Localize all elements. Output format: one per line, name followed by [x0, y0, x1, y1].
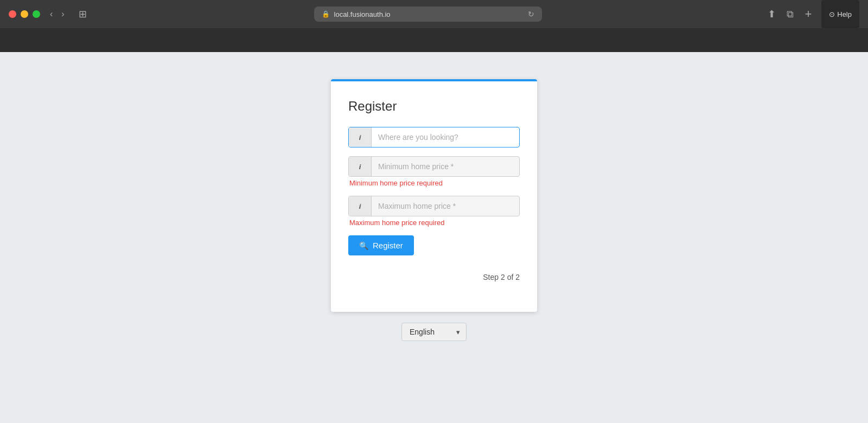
browser-chrome: ‹ › ⊞ 🔒 local.fusionauth.io ↻ ⬆ ⧉ + ⊙ He…	[0, 0, 868, 52]
min-price-error: Minimum home price required	[349, 179, 520, 187]
minimize-window-button[interactable]	[21, 10, 28, 18]
register-button-label: Register	[373, 241, 403, 250]
address-bar[interactable]: 🔒 local.fusionauth.io ↻	[314, 7, 542, 22]
lock-icon: 🔒	[322, 10, 330, 18]
page-title: Register	[348, 99, 520, 114]
location-field-group: i	[348, 127, 520, 148]
url-text: local.fusionauth.io	[334, 10, 391, 18]
help-button[interactable]: ⊙ Help	[821, 0, 859, 28]
close-window-button[interactable]	[9, 10, 16, 18]
max-price-info-icon: i	[349, 196, 372, 216]
share-button[interactable]: ⬆	[764, 6, 779, 22]
language-select[interactable]: English Spanish French German	[401, 323, 467, 341]
location-input[interactable]	[372, 127, 519, 147]
page-content: Register i i Minimum home pri	[0, 52, 868, 423]
language-dropdown-wrapper: English Spanish French German	[401, 323, 467, 341]
location-info-icon: i	[349, 127, 372, 147]
location-input-wrapper: i	[348, 127, 520, 148]
browser-titlebar: ‹ › ⊞ 🔒 local.fusionauth.io ↻ ⬆ ⧉ + ⊙ He…	[0, 0, 868, 28]
step-text: Step 2 of 2	[483, 273, 520, 281]
new-tab-button[interactable]: +	[801, 5, 815, 23]
min-price-input-wrapper: i	[348, 156, 520, 177]
traffic-lights	[9, 10, 40, 18]
register-button-icon: 🔍	[359, 241, 368, 250]
max-price-input-wrapper: i	[348, 196, 520, 216]
nav-buttons: ‹ ›	[47, 7, 68, 21]
max-price-input[interactable]	[372, 196, 519, 216]
fullscreen-window-button[interactable]	[33, 10, 40, 18]
max-price-field-group: i Maximum home price required	[348, 196, 520, 227]
min-price-info-icon: i	[349, 157, 372, 176]
sidebar-toggle-button[interactable]: ⊞	[74, 6, 91, 22]
address-bar-container: 🔒 local.fusionauth.io ↻	[98, 7, 758, 22]
back-button[interactable]: ‹	[47, 7, 56, 21]
help-circle-icon: ⊙	[829, 10, 835, 18]
register-button[interactable]: 🔍 Register	[348, 235, 414, 255]
forward-button[interactable]: ›	[58, 7, 67, 21]
card-body: Register i i Minimum home pri	[331, 81, 537, 312]
reload-icon[interactable]: ↻	[528, 10, 534, 18]
language-selector: English Spanish French German	[401, 323, 467, 341]
min-price-field-group: i Minimum home price required	[348, 156, 520, 187]
step-indicator: Step 2 of 2	[348, 273, 520, 294]
registration-card: Register i i Minimum home pri	[331, 79, 537, 312]
browser-actions: ⬆ ⧉ +	[764, 5, 815, 23]
min-price-input[interactable]	[372, 157, 519, 176]
help-label: Help	[837, 10, 852, 18]
browser-toolbar	[0, 28, 868, 52]
duplicate-tab-button[interactable]: ⧉	[783, 7, 797, 22]
max-price-error: Maximum home price required	[349, 219, 520, 227]
